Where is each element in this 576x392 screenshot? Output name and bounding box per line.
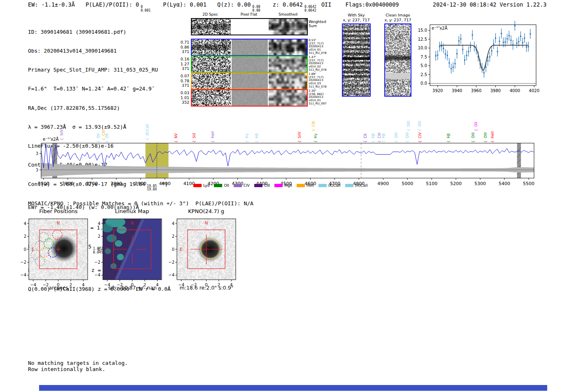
clean-image-title: Clean Image <box>377 13 418 17</box>
svg-text:CIII: CIII <box>311 121 316 127</box>
spec2d-title-pixelflat: Pixel Flat <box>228 12 269 16</box>
svg-text:−4: −4 <box>168 273 174 277</box>
svg-text:7.5: 7.5 <box>420 55 427 59</box>
svg-text:OIII: OIII <box>418 121 422 127</box>
fiber2-smoothed-image <box>269 56 307 72</box>
with-sky-image <box>342 23 371 97</box>
header-z: z: 0.0642 <box>273 1 303 8</box>
svg-text:CIII: CIII <box>377 133 381 138</box>
fiber1-2d-image <box>192 39 231 55</box>
svg-text:3900: 3900 <box>135 181 146 186</box>
svg-text:4900: 4900 <box>377 181 389 186</box>
svg-text:{: { <box>377 140 381 143</box>
svg-text:Hγ: Hγ <box>245 134 249 138</box>
fiber2-weights: 0.161.27371 <box>166 57 189 71</box>
header-line: EW: -1.1±-0.3Å P(LAE)/P(OII): 000.001 P(… <box>28 1 399 12</box>
info-seeing: F=1.6" T=0.1̄3̄3̄ N=1.2̄4̄ A=0.4̄2̄ g=24… <box>28 86 171 92</box>
svg-text:3980: 3980 <box>490 88 501 93</box>
svg-text:e⁻¹⁷x2Å: e⁻¹⁷x2Å <box>432 26 448 30</box>
svg-text:{: { <box>381 140 386 143</box>
header-qz: Q(z): 0.00 <box>217 1 251 8</box>
footer-note-2: Row intentionally blank. <box>28 366 105 372</box>
svg-text:12.5: 12.5 <box>418 37 427 42</box>
svg-text:{: { <box>145 138 149 140</box>
svg-text:N: N <box>131 221 134 225</box>
spec2d-title-smoothed: Smoothed <box>267 12 309 16</box>
svg-text:{: { <box>255 140 259 143</box>
svg-text:SiII: SiII <box>192 133 196 138</box>
svg-text:Hδ: Hδ <box>255 133 259 138</box>
svg-text:2: 2 <box>24 234 26 239</box>
spec2d-weighted-2d-image <box>192 19 231 35</box>
fiber1-annotation: 0.53"(237, 717)20200413v014_01311_RU_078 <box>309 39 337 55</box>
legend-swatch <box>345 184 353 187</box>
info-primary: Primary Spec_Slot_IFU_AMP: 311_053_025_R… <box>28 67 171 73</box>
fiber4-annotation: 2.30"(236, 882)20200413v014_01311_RU_097 <box>309 90 337 106</box>
svg-text:2: 2 <box>98 234 100 239</box>
svg-text:{: { <box>418 129 422 131</box>
svg-text:−2: −2 <box>94 260 100 264</box>
svg-text:CIV: CIV <box>418 132 422 138</box>
svg-text:{: { <box>446 140 451 143</box>
svg-text:OII: OII <box>105 133 109 138</box>
header-qz-stack: 0.000.00 <box>252 5 260 12</box>
svg-text:OIII: OIII <box>405 132 409 138</box>
fiber2-flat-image <box>232 56 268 72</box>
footer-separator-bar <box>39 385 547 391</box>
svg-text:{: { <box>60 138 64 140</box>
svg-text:{: { <box>418 140 422 143</box>
svg-text:5.0: 5.0 <box>420 63 427 68</box>
svg-text:OII: OII <box>96 133 100 138</box>
fiber2-annotation: 1.47"(237, 717)20200413v014_02311_RU_078 <box>309 56 337 72</box>
svg-text:E: E <box>106 247 108 252</box>
svg-text:0.0: 0.0 <box>420 81 427 86</box>
svg-text:N: N <box>205 221 208 225</box>
svg-text:−2: −2 <box>20 260 26 264</box>
full-spectrum-chart: 3500360037003800390040004100420043004400… <box>36 114 542 191</box>
info-obs: Obs: 20200413v014_3090149681 <box>28 48 171 54</box>
svg-text:HeII: HeII <box>490 131 495 138</box>
clean-image <box>384 23 411 97</box>
svg-text:{: { <box>471 140 475 143</box>
legend-item-OII: OII <box>214 183 229 188</box>
fiber1-weights: 0.710.86371 <box>166 40 189 54</box>
header-plya: P(Lyα): 0.001 <box>163 1 207 8</box>
spec2d-title-2dspec: 2D Spec <box>190 12 231 16</box>
svg-text:4: 4 <box>172 221 174 226</box>
svg-text:4000: 4000 <box>510 88 520 93</box>
svg-text:{: { <box>363 140 367 143</box>
fiber4-2d-image <box>192 90 231 106</box>
svg-text:4000: 4000 <box>159 181 171 186</box>
clean-image-coords: x, y: 237, 717 <box>377 18 418 22</box>
fiber1-flat-image <box>232 39 268 55</box>
svg-text:Hβ: Hβ <box>446 133 451 138</box>
svg-text:3700: 3700 <box>86 181 98 186</box>
svg-text:N: N <box>57 221 60 225</box>
fiber4-flat-image <box>232 90 268 106</box>
spec2d-fiber-row-2 <box>191 56 308 73</box>
header-plae-stack: 00.001 <box>141 5 151 12</box>
svg-text:−4: −4 <box>94 273 100 277</box>
svg-text:4: 4 <box>98 221 100 226</box>
legend-swatch <box>318 184 327 187</box>
svg-text:{: { <box>483 140 488 143</box>
svg-text:Hγ: Hγ <box>314 134 318 138</box>
svg-text:{: { <box>211 140 215 143</box>
svg-text:{: { <box>406 129 411 131</box>
svg-text:NV: NV <box>174 133 178 138</box>
svg-text:E: E <box>180 247 182 252</box>
info-id: ID: 3090149681 (3090149681.pdf) <box>28 29 171 35</box>
svg-text:10: 10 <box>36 151 38 156</box>
svg-text:{: { <box>490 140 495 143</box>
svg-text:3960: 3960 <box>471 88 481 93</box>
svg-text:CII: CII <box>363 134 367 138</box>
header-timestamp: 2024-12-30 08:18:42 Version 1.22.3 <box>433 1 546 8</box>
svg-text:{: { <box>405 140 409 143</box>
svg-text:OIII: OIII <box>406 121 411 127</box>
line-legend: LyαOIICIVCIIIMgIIHeII(K)CaII(H)CaII <box>193 183 368 188</box>
info-radec: RA,Dec (177.822876,55.175682) <box>28 105 171 111</box>
fiber1-smoothed-image <box>269 39 307 55</box>
legend-item-(K)CaII: (K)CaII <box>318 183 341 188</box>
svg-text:3500: 3500 <box>38 181 49 186</box>
legend-swatch <box>234 184 242 187</box>
